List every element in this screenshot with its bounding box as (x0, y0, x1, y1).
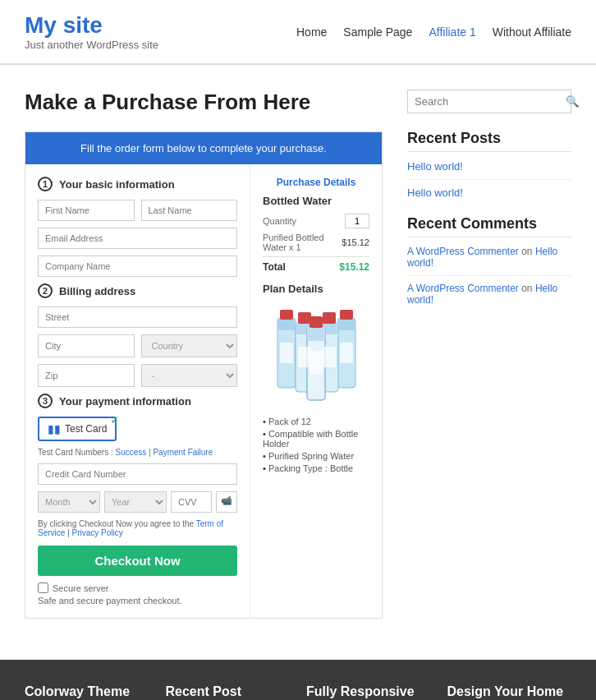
form-right-panel: Purchase Details Bottled Water Quantity … (250, 164, 382, 618)
plan-details-title: Plan Details (263, 283, 369, 295)
test-card-numbers: Test Card Numbers : Success | Payment Fa… (38, 448, 237, 457)
product-image (267, 302, 365, 408)
svg-rect-18 (323, 347, 336, 367)
purchase-form-container: Fill the order form below to complete yo… (25, 131, 383, 619)
bullet2: Compatible with Bottle Holder (263, 429, 369, 449)
quantity-row: Quantity (263, 214, 369, 228)
last-name-input[interactable] (141, 200, 238, 221)
site-header: My site Just another WordPress site Home… (0, 0, 596, 65)
bullet3: Purified Spring Water (263, 451, 369, 461)
success-link[interactable]: Success (115, 448, 146, 457)
bullet4: Packing Type : Bottle (263, 463, 369, 473)
first-name-input[interactable] (38, 200, 135, 221)
sidebar: 🔍 Recent Posts Hello world! Hello world!… (407, 90, 571, 619)
svg-rect-15 (280, 343, 293, 363)
month-select[interactable]: Month (38, 491, 100, 513)
svg-rect-4 (337, 318, 355, 330)
recent-post-2[interactable]: Hello world! (407, 187, 571, 199)
total-price: $15.12 (339, 261, 369, 273)
recent-posts-title: Recent Posts (407, 130, 571, 152)
form-header: Fill the order form below to complete yo… (25, 132, 382, 164)
comment1-author[interactable]: A WordPress Commenter (407, 246, 519, 257)
section2-label: Billing address (59, 285, 135, 297)
section1-header: 1 Your basic information (38, 177, 237, 191)
footer-col1-title: Colorway Theme (25, 684, 149, 699)
nav-home[interactable]: Home (296, 25, 327, 39)
privacy-link[interactable]: Privacy Policy (72, 528, 123, 537)
card-label: Test Card (65, 423, 107, 435)
section2-header: 2 Billing address (38, 283, 237, 298)
section2-num: 2 (38, 283, 53, 298)
street-input[interactable] (38, 306, 237, 328)
recent-comments: Recent Comments A WordPress Commenter on… (407, 215, 571, 306)
svg-rect-16 (298, 347, 311, 367)
svg-rect-5 (340, 310, 353, 320)
country-select[interactable]: Country (141, 334, 238, 357)
footer-col3: Fully Responsive Colorway is a unique re… (306, 684, 431, 700)
comment2-author[interactable]: A WordPress Commenter (407, 283, 519, 294)
year-select[interactable]: Year (104, 491, 167, 513)
recent-comments-title: Recent Comments (407, 215, 571, 237)
section3-num: 3 (38, 394, 53, 408)
main-nav: Home Sample Page Affiliate 1 Without Aff… (296, 25, 571, 39)
recent-post-1[interactable]: Hello world! (407, 160, 571, 173)
footer-col3-title: Fully Responsive (306, 684, 431, 699)
item-label: Purified Bottled Water x 1 (263, 233, 342, 252)
svg-rect-19 (340, 343, 353, 363)
zip-input[interactable] (38, 364, 135, 387)
section1-num: 1 (38, 177, 53, 191)
secure-checkbox[interactable] (38, 583, 48, 593)
footer-col2: Recent Post Worth A Thousand Words Categ… (166, 684, 291, 700)
svg-rect-17 (309, 351, 323, 374)
company-input[interactable] (38, 256, 237, 277)
total-label: Total (263, 261, 286, 273)
payment-card-selector[interactable]: ▮▮ Test Card ✓ (38, 417, 117, 441)
quantity-input[interactable] (345, 214, 369, 228)
search-input[interactable] (408, 90, 559, 113)
comment1: A WordPress Commenter on Hello world! (407, 246, 571, 269)
email-input[interactable] (38, 228, 237, 249)
svg-rect-11 (323, 312, 336, 324)
cvv-input[interactable] (171, 491, 212, 513)
state-select[interactable]: - (141, 364, 238, 387)
content-left: Make a Purchase From Here Fill the order… (25, 90, 383, 619)
nav-affiliate1[interactable]: Affiliate 1 (429, 25, 475, 39)
section3-label: Your payment information (59, 395, 191, 408)
credit-card-input[interactable] (38, 463, 237, 485)
terms-text: By clicking Checkout Now you agree to th… (38, 519, 237, 537)
search-box: 🔍 (407, 90, 571, 113)
form-left-panel: 1 Your basic information 2 Billing addre… (25, 164, 250, 618)
svg-rect-13 (307, 326, 325, 341)
bullet1: Pack of 12 (263, 417, 369, 426)
nav-without-affiliate[interactable]: Without Affiliate (493, 25, 571, 39)
search-button[interactable]: 🔍 (559, 90, 586, 113)
svg-rect-8 (298, 312, 311, 324)
svg-rect-1 (277, 318, 296, 330)
footer: Colorway Theme Footer is widgetized. To … (0, 660, 596, 700)
checkmark-icon: ✓ (110, 413, 120, 426)
item-price: $15.12 (342, 237, 369, 247)
section3-header: 3 Your payment information (38, 394, 237, 408)
card-icon: ▮▮ (48, 422, 61, 435)
footer-col4-title: Design Your Home (447, 684, 572, 699)
site-brand: My site Just another WordPress site (25, 12, 158, 51)
city-input[interactable] (38, 334, 135, 357)
secure-row: Secure server (38, 583, 237, 593)
section1-label: Your basic information (59, 178, 175, 191)
product-name: Bottled Water (263, 195, 369, 207)
cvv-icon: 📹 (216, 491, 237, 513)
quantity-label: Quantity (263, 216, 296, 226)
checkout-button[interactable]: Checkout Now (38, 546, 237, 576)
nav-sample-page[interactable]: Sample Page (343, 25, 412, 39)
site-tagline: Just another WordPress site (25, 39, 158, 51)
item-row: Purified Bottled Water x 1 $15.12 (263, 233, 369, 252)
recent-posts: Recent Posts Hello world! Hello world! (407, 130, 571, 199)
footer-col1: Colorway Theme Footer is widgetized. To … (25, 684, 149, 700)
payment-failure-link[interactable]: Payment Failure (153, 448, 213, 457)
comment2: A WordPress Commenter on Hello world! (407, 283, 571, 306)
total-row: Total $15.12 (263, 256, 369, 273)
svg-rect-2 (280, 310, 293, 320)
safe-text: Safe and secure payment checkout. (38, 596, 237, 606)
purchase-details-title: Purchase Details (263, 177, 369, 188)
site-title: My site (25, 12, 158, 39)
